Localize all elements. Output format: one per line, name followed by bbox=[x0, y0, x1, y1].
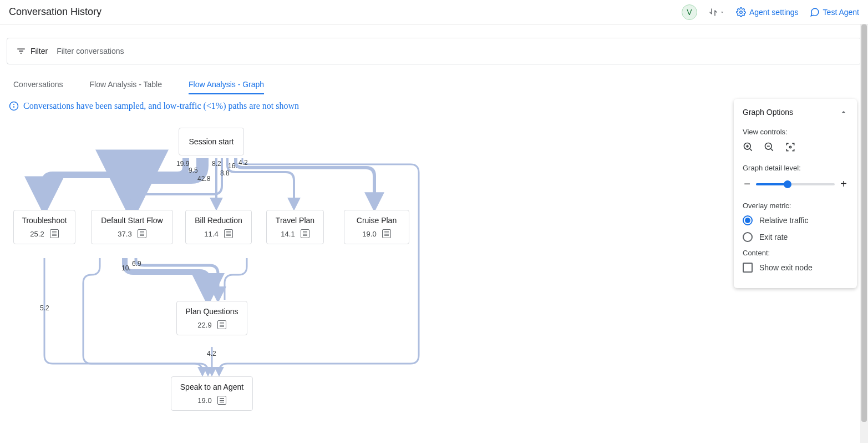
node-plan-questions[interactable]: Plan Questions 22.9 bbox=[176, 301, 247, 335]
list-icon[interactable] bbox=[382, 229, 391, 238]
edge-label: 42.8 bbox=[197, 175, 210, 183]
node-metric: 11.4 bbox=[204, 229, 232, 238]
agent-settings-label: Agent settings bbox=[749, 8, 799, 17]
edge-label: 9.5 bbox=[189, 167, 198, 174]
node-metric: 25.2 bbox=[30, 229, 58, 238]
agent-settings-button[interactable]: Agent settings bbox=[736, 7, 799, 17]
node-default-start-flow[interactable]: Default Start Flow 37.3 bbox=[91, 210, 173, 244]
detail-increase-button[interactable]: + bbox=[839, 178, 848, 190]
edge-label: 16. bbox=[228, 162, 237, 170]
filter-label: Filter bbox=[16, 46, 48, 56]
zoom-in-icon bbox=[743, 142, 754, 153]
detail-slider[interactable] bbox=[756, 183, 835, 185]
svg-line-5 bbox=[750, 149, 752, 151]
node-title: Travel Plan bbox=[276, 216, 314, 225]
node-travel-plan[interactable]: Travel Plan 14.1 bbox=[266, 210, 324, 244]
tabs: Conversations Flow Analysis - Table Flow… bbox=[13, 75, 855, 94]
node-title: Plan Questions bbox=[186, 307, 238, 316]
radio-icon bbox=[743, 215, 753, 225]
list-icon[interactable] bbox=[301, 229, 309, 238]
node-metric: 19.0 bbox=[197, 396, 226, 405]
tab-flow-table[interactable]: Flow Analysis - Table bbox=[90, 75, 162, 94]
detail-decrease-button[interactable]: − bbox=[743, 178, 752, 190]
sort-dropdown[interactable] bbox=[708, 7, 725, 17]
node-bill-reduction[interactable]: Bill Reduction 11.4 bbox=[185, 210, 252, 244]
view-controls-label: View controls: bbox=[743, 128, 848, 136]
node-title: Troubleshoot bbox=[22, 216, 67, 225]
radio-icon bbox=[743, 232, 753, 242]
radio-relative-traffic[interactable]: Relative traffic bbox=[743, 215, 848, 225]
svg-point-11 bbox=[789, 146, 791, 148]
node-title: Speak to an Agent bbox=[180, 382, 243, 391]
node-speak-to-agent[interactable]: Speak to an Agent 19.0 bbox=[171, 376, 253, 411]
svg-line-9 bbox=[771, 149, 773, 151]
overlay-label: Overlay metric: bbox=[743, 202, 848, 210]
node-title: Cruise Plan bbox=[357, 216, 397, 225]
node-troubleshoot[interactable]: Troubleshoot 25.2 bbox=[13, 210, 75, 244]
header-actions: V Agent settings Test Agent bbox=[682, 4, 859, 20]
edge-label: 4.2 bbox=[238, 159, 248, 167]
scrollbar-vertical[interactable] bbox=[860, 24, 868, 443]
edge-label: 8.8 bbox=[220, 169, 230, 177]
edge-label: 5.2 bbox=[40, 304, 49, 312]
zoom-out-icon bbox=[764, 142, 775, 153]
node-session-start[interactable]: Session start bbox=[179, 128, 244, 155]
chevron-up-icon[interactable] bbox=[839, 108, 848, 117]
filter-bar[interactable]: Filter Filter conversations bbox=[7, 38, 861, 64]
tab-conversations[interactable]: Conversations bbox=[13, 75, 63, 94]
node-title: Session start bbox=[189, 137, 234, 146]
filter-input[interactable]: Filter conversations bbox=[57, 47, 852, 56]
fit-screen-button[interactable] bbox=[785, 142, 796, 153]
tab-flow-graph[interactable]: Flow Analysis - Graph bbox=[189, 75, 264, 94]
list-icon[interactable] bbox=[224, 229, 233, 238]
header: Conversation History V Agent settings Te… bbox=[0, 0, 868, 24]
chat-icon bbox=[810, 7, 820, 17]
graph-options-panel: Graph Options View controls: Graph detai… bbox=[734, 99, 857, 288]
filter-icon bbox=[16, 46, 26, 56]
list-icon[interactable] bbox=[217, 396, 226, 405]
list-icon[interactable] bbox=[50, 229, 59, 238]
detail-label: Graph detail level: bbox=[743, 164, 848, 172]
checkbox-show-exit-node[interactable]: Show exit node bbox=[743, 263, 848, 273]
radio-exit-rate[interactable]: Exit rate bbox=[743, 232, 848, 242]
gear-icon bbox=[736, 7, 746, 17]
svg-point-0 bbox=[740, 11, 743, 13]
checkbox-icon bbox=[743, 263, 753, 273]
info-text: Conversations have been sampled, and low… bbox=[23, 101, 299, 111]
zoom-in-button[interactable] bbox=[743, 142, 754, 153]
zoom-out-button[interactable] bbox=[764, 142, 775, 153]
node-metric: 19.0 bbox=[362, 229, 390, 238]
chevron-down-icon bbox=[719, 9, 725, 15]
content-label: Content: bbox=[743, 249, 848, 257]
scrollbar-thumb[interactable] bbox=[861, 24, 867, 422]
fullscreen-icon bbox=[785, 142, 796, 153]
edge-label: 10. bbox=[121, 264, 131, 272]
node-metric: 37.3 bbox=[118, 229, 146, 238]
info-banner: Conversations have been sampled, and low… bbox=[9, 101, 859, 111]
page-title: Conversation History bbox=[9, 6, 101, 18]
panel-title: Graph Options bbox=[743, 108, 793, 117]
node-title: Default Start Flow bbox=[101, 216, 163, 225]
node-metric: 22.9 bbox=[197, 320, 226, 329]
edge-label: 19.9 bbox=[176, 160, 189, 168]
svg-point-3 bbox=[14, 104, 14, 105]
node-metric: 14.1 bbox=[281, 229, 309, 238]
test-agent-label: Test Agent bbox=[823, 8, 859, 17]
edge-label: 6.9 bbox=[132, 260, 141, 268]
info-icon bbox=[9, 101, 19, 111]
list-icon[interactable] bbox=[138, 229, 146, 238]
node-cruise-plan[interactable]: Cruise Plan 19.0 bbox=[344, 210, 409, 244]
edge-label: 8.2 bbox=[212, 160, 221, 168]
list-icon[interactable] bbox=[217, 320, 226, 329]
edge-label: 4.2 bbox=[207, 350, 216, 358]
avatar[interactable]: V bbox=[682, 4, 697, 20]
test-agent-button[interactable]: Test Agent bbox=[810, 7, 859, 17]
node-title: Bill Reduction bbox=[195, 216, 242, 225]
